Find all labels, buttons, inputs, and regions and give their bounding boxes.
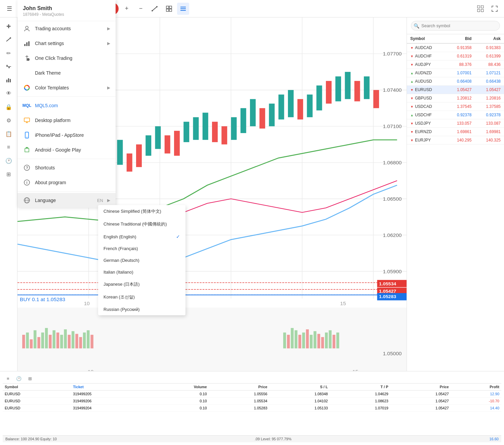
lang-option-japanese[interactable]: Japanese (日本語): [98, 278, 185, 291]
menu-shortcuts[interactable]: ? Shortcuts: [17, 160, 116, 175]
add-button[interactable]: +: [121, 3, 133, 15]
sidebar-pencil[interactable]: ✏: [3, 47, 15, 59]
menu-android[interactable]: Android - Google Play: [17, 143, 116, 157]
lang-option-italian[interactable]: Italian (Italiano): [98, 266, 185, 278]
menu-iphone[interactable]: iPhone/iPad - AppStore: [17, 128, 116, 143]
lang-option-english[interactable]: English (English) ✓: [98, 231, 185, 243]
lang-option-label: French (Français): [103, 246, 138, 251]
left-sidebar: ✚ ✏ 👁 🔒 ⚙ 📋 ≡ 🕐 ⊞: [0, 17, 17, 371]
menu-color-templates[interactable]: Color Templates ▶: [17, 80, 116, 95]
pos-symbol: EURUSD: [3, 398, 71, 405]
symbol-cell[interactable]: ▼EURNZD: [407, 128, 446, 136]
sidebar-line[interactable]: [3, 34, 15, 46]
lang-option-french[interactable]: French (Français): [98, 243, 185, 254]
check-mark: ✓: [176, 234, 180, 239]
pos-curprice: 1.05427: [390, 398, 451, 405]
svg-point-17: [8, 67, 10, 68]
sidebar-grid[interactable]: ⊞: [3, 168, 15, 180]
col-ask: Ask: [475, 34, 504, 43]
tab-grid[interactable]: ⊞: [26, 375, 35, 382]
lang-option-zh-traditional[interactable]: Chinese Traditional (中國傳統的): [98, 218, 185, 231]
svg-rect-123: [295, 330, 297, 349]
lang-option-korean[interactable]: Korean (조선말): [98, 291, 185, 304]
sidebar-history[interactable]: 🕐: [3, 155, 15, 167]
symbol-cell[interactable]: ▼GBPUSD: [407, 94, 446, 103]
sidebar-eye[interactable]: 👁: [3, 87, 15, 99]
svg-rect-71: [279, 94, 284, 119]
menu-one-click[interactable]: One Click Trading: [17, 51, 116, 66]
balance-text: Balance: 100 204.90 Equity: 10: [5, 437, 57, 441]
symbol-cell[interactable]: ▼AUDCAD: [407, 43, 446, 52]
search-wrapper: 🔍: [411, 21, 500, 31]
tab-orders[interactable]: ≡: [4, 375, 12, 382]
svg-rect-134: [336, 332, 339, 348]
svg-rect-114: [75, 334, 78, 348]
svg-rect-3: [169, 6, 172, 8]
svg-rect-59: [165, 135, 170, 154]
menu-mql5[interactable]: MQL MQL5.com: [17, 98, 116, 113]
symbol-table: Symbol Bid Ask ▼AUDCAD 0.91358 0.91383 ▼…: [407, 34, 504, 371]
sidebar-chart-type[interactable]: [3, 74, 15, 86]
svg-rect-66: [231, 117, 237, 140]
svg-text:10: 10: [84, 301, 90, 307]
chart-settings-icon: [23, 39, 31, 47]
menu-desktop[interactable]: Desktop platform: [17, 113, 116, 128]
search-icon: 🔍: [414, 23, 419, 29]
user-account: 1876849 - MetaQuotes: [23, 12, 110, 17]
symbol-cell[interactable]: ▲USDCHF: [407, 111, 446, 119]
menu-trading-accounts[interactable]: Trading accounts ▶: [17, 21, 116, 36]
svg-rect-107: [49, 335, 51, 348]
list-button[interactable]: [177, 3, 189, 15]
pos-ticket: 319499205: [71, 391, 149, 398]
pos-price: 1.05534: [209, 398, 269, 405]
direction-arrow: ▼: [410, 138, 414, 142]
fullscreen-button[interactable]: [489, 3, 501, 15]
chart-settings-label: Chart settings: [35, 41, 103, 46]
ask-cell: 0.91383: [475, 43, 504, 52]
svg-rect-63: [203, 113, 208, 140]
symbol-cell[interactable]: ▼EURUSD: [407, 86, 446, 94]
symbol-cell[interactable]: ▲AUDNZD: [407, 69, 446, 77]
th-price: Price: [209, 383, 269, 391]
screenshot-button[interactable]: [474, 3, 487, 15]
pos-sl: 1.08348: [269, 391, 330, 398]
trading-accounts-icon: [23, 25, 31, 33]
svg-rect-19: [8, 78, 9, 82]
sidebar-lock[interactable]: 🔒: [3, 101, 15, 113]
menu-divider-2: [17, 159, 116, 159]
sidebar-fib[interactable]: [3, 60, 15, 73]
minus-button[interactable]: −: [135, 3, 147, 15]
svg-rect-80: [364, 76, 370, 99]
symbol-cell[interactable]: ▼EURJPY: [407, 136, 446, 145]
trading-accounts-label: Trading accounts: [35, 26, 103, 31]
menu-chart-settings[interactable]: Chart settings ▶: [17, 36, 116, 51]
svg-rect-67: [241, 108, 246, 133]
symbol-cell[interactable]: ▼USDJPY: [407, 119, 446, 128]
symbol-cell[interactable]: ▲AUDUSD: [407, 77, 446, 86]
ask-cell: 140.325: [475, 136, 504, 145]
sidebar-settings[interactable]: ⚙: [3, 114, 15, 126]
sidebar-orders[interactable]: 📋: [3, 128, 15, 140]
grid-button[interactable]: [163, 3, 175, 15]
menu-button[interactable]: ☰: [3, 3, 15, 15]
lang-option-german[interactable]: German (Deutsch): [98, 254, 185, 266]
lang-option-russian[interactable]: Russian (Русский): [98, 304, 185, 315]
search-input[interactable]: [411, 21, 500, 31]
svg-rect-127: [310, 335, 312, 348]
menu-about[interactable]: i About program: [17, 175, 116, 190]
symbol-cell[interactable]: ▼USDCAD: [407, 103, 446, 111]
symbol-cell[interactable]: ▼AUDJPY: [407, 60, 446, 69]
lang-option-zh-simplified[interactable]: Chinese Simplified (简体中文): [98, 205, 185, 218]
line-tools-button[interactable]: [149, 3, 161, 15]
symbol-cell[interactable]: ▼AUDCHF: [407, 52, 446, 60]
sidebar-crosshair[interactable]: ✚: [3, 20, 15, 32]
menu-dark-theme[interactable]: Dark Theme: [17, 66, 116, 80]
bottom-tab-bar: ≡ 🕐 ⊞: [3, 374, 501, 383]
svg-rect-117: [87, 330, 89, 349]
lang-option-label: Chinese Simplified (简体中文): [103, 208, 161, 214]
sidebar-lines[interactable]: ≡: [3, 141, 15, 153]
svg-rect-12: [481, 9, 484, 12]
svg-rect-140: [28, 41, 30, 46]
lang-option-label: Italian (Italiano): [103, 270, 133, 275]
tab-history[interactable]: 🕐: [13, 375, 24, 382]
